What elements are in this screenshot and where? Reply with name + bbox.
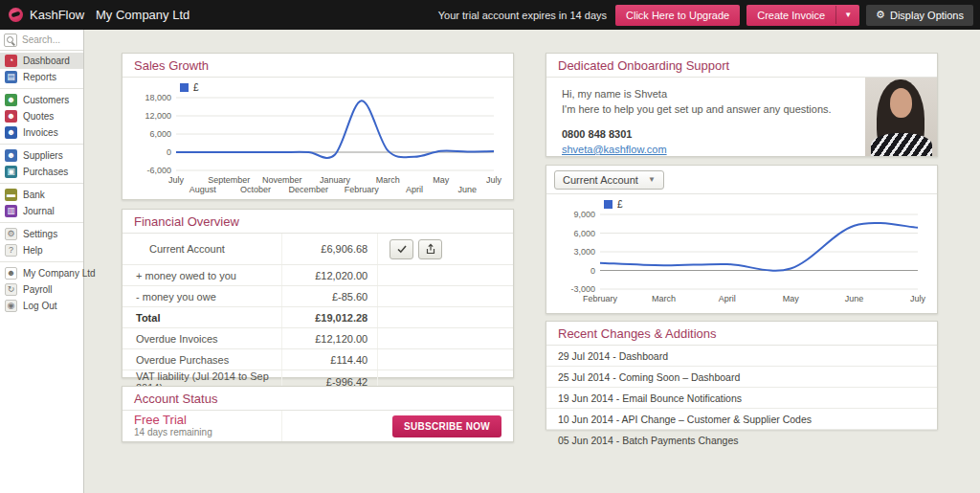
sidebar-item-label: Journal: [23, 206, 55, 216]
account-balance-chart: -3,00003,0006,0009,000FebruaryMarchApril…: [546, 194, 937, 312]
svg-text:April: April: [719, 294, 736, 303]
financial-row: - money you owe £-85.60: [122, 286, 513, 307]
change-log-item[interactable]: 29 Jul 2014 - Dashboard: [546, 346, 937, 367]
account-status-body: Free Trial 14 days remaining SUBSCRIBE N…: [122, 411, 513, 441]
onboarding-title: Dedicated Onboarding Support: [558, 58, 729, 73]
financial-row-value: £114.40: [282, 349, 378, 370]
check-icon: [396, 243, 408, 255]
svg-text:18,000: 18,000: [145, 93, 171, 102]
sidebar-item-quotes[interactable]: ☻ Quotes: [0, 108, 83, 124]
customers-people-icon: ☻: [5, 94, 17, 106]
financial-row-value: £12,020.00: [282, 265, 378, 285]
svg-text:January: January: [320, 175, 351, 185]
svg-text:November: November: [262, 175, 302, 185]
confirm-balance-button[interactable]: [390, 239, 413, 259]
display-options-button[interactable]: ⚙ Display Options: [866, 5, 973, 26]
sidebar-item-settings[interactable]: ⚙ Settings: [0, 226, 83, 242]
settings-gear-icon: ⚙: [5, 228, 17, 240]
svg-text:-3,000: -3,000: [570, 284, 595, 294]
sidebar-item-journal[interactable]: ▥ Journal: [0, 203, 83, 219]
svg-text:12,000: 12,000: [145, 111, 171, 121]
sidebar-item-label: Reports: [23, 72, 56, 82]
sidebar-item-help[interactable]: ? Help: [0, 242, 83, 258]
sidebar-item-label: Customers: [23, 95, 69, 105]
sales-growth-chart: -6,00006,00012,00018,000JulyAugustSeptem…: [122, 78, 513, 197]
change-log-item[interactable]: 10 Jun 2014 - API Change – Customer & Su…: [546, 409, 937, 430]
sidebar-item-label: Bank: [23, 190, 45, 200]
brand-name: KashFlow: [30, 8, 84, 22]
financial-overview-title: Financial Overview: [134, 214, 239, 229]
sidebar-item-dashboard[interactable]: ◔ Dashboard: [0, 53, 83, 69]
display-options-label: Display Options: [890, 10, 964, 21]
support-email-link[interactable]: shveta@kashflow.com: [562, 144, 667, 155]
brand[interactable]: KashFlow: [0, 8, 84, 22]
sidebar-item-bank[interactable]: ▬ Bank: [0, 187, 83, 203]
create-invoice-caret-icon[interactable]: ▼: [835, 6, 859, 24]
create-invoice-button[interactable]: Create Invoice: [746, 5, 835, 26]
sidebar-menu: ◔ Dashboard ▤ Reports ☻ Customers ☻ Quot…: [0, 51, 83, 314]
svg-text:£: £: [617, 199, 623, 210]
sidebar-item-log-out[interactable]: ◉ Log Out: [0, 298, 83, 314]
search-input[interactable]: Search...: [0, 30, 83, 51]
sidebar-item-payroll[interactable]: ↻ Payroll: [0, 281, 83, 298]
plan-name: Free Trial: [134, 414, 281, 428]
svg-text:June: June: [845, 294, 864, 303]
svg-text:-6,000: -6,000: [146, 166, 171, 175]
sidebar-divider: [0, 261, 83, 262]
sidebar-item-my-company[interactable]: ☻ My Company Ltd: [0, 265, 83, 281]
purchases-icon: ▣: [5, 166, 17, 178]
svg-text:October: October: [240, 185, 271, 194]
onboarding-intro-line1: Hi, my name is Shveta: [562, 87, 851, 102]
sidebar-divider: [0, 222, 83, 223]
svg-text:February: February: [583, 294, 618, 303]
plan-info: Free Trial 14 days remaining: [122, 411, 282, 441]
svg-text:6,000: 6,000: [149, 129, 171, 139]
sidebar-item-customers[interactable]: ☻ Customers: [0, 92, 83, 108]
sidebar-item-label: Dashboard: [23, 56, 70, 66]
change-log-item[interactable]: 25 Jul 2014 - Coming Soon – Dashboard: [546, 367, 937, 388]
financial-row: Overdue Invoices £12,120.00: [122, 328, 513, 349]
financial-row: Overdue Purchases £114.40: [122, 349, 513, 370]
sidebar-item-invoices[interactable]: ☻ Invoices: [0, 124, 83, 141]
sales-growth-header: Sales Growth: [122, 54, 513, 78]
svg-text:February: February: [345, 185, 380, 194]
sidebar-item-label: My Company Ltd: [23, 268, 96, 279]
sidebar: Search... ◔ Dashboard ▤ Reports ☻ Custom…: [0, 30, 84, 493]
export-balance-button[interactable]: [418, 239, 442, 259]
financial-row-label: Overdue Invoices: [122, 328, 282, 348]
account-select-header: Current Account ▼: [546, 166, 937, 194]
financial-row-label: Total: [122, 307, 282, 327]
account-status-header: Account Status: [122, 387, 513, 411]
export-icon: [425, 243, 436, 255]
support-agent-photo: [865, 78, 937, 156]
sidebar-item-suppliers[interactable]: ☻ Suppliers: [0, 147, 83, 164]
create-invoice-split-button: Create Invoice ▼: [746, 5, 859, 26]
svg-text:December: December: [289, 185, 329, 194]
svg-text:August: August: [189, 185, 217, 194]
upgrade-button[interactable]: Click Here to Upgrade: [615, 5, 740, 26]
financial-row: + money owed to you £12,020.00: [122, 265, 513, 286]
trial-notice: Your trial account expires in 14 days: [438, 10, 607, 21]
svg-text:July: July: [168, 175, 185, 185]
financial-row-value: £-85.60: [282, 286, 378, 306]
help-question-icon: ?: [5, 244, 17, 257]
onboarding-body: Hi, my name is Shveta I'm here to help y…: [546, 78, 937, 156]
sidebar-item-label: Settings: [23, 229, 57, 239]
onboarding-support-panel: Dedicated Onboarding Support Hi, my name…: [546, 53, 938, 157]
sidebar-item-label: Quotes: [23, 111, 54, 122]
account-select-dropdown[interactable]: Current Account ▼: [554, 170, 664, 190]
svg-text:July: July: [910, 294, 926, 303]
sidebar-item-reports[interactable]: ▤ Reports: [0, 69, 83, 85]
sidebar-item-label: Payroll: [23, 284, 53, 295]
sidebar-item-purchases[interactable]: ▣ Purchases: [0, 164, 83, 180]
bank-card-icon: ▬: [5, 189, 17, 201]
sidebar-item-label: Invoices: [23, 127, 58, 138]
change-log-item[interactable]: 05 Jun 2014 - Batch Payments Changes: [546, 430, 937, 450]
subscribe-now-button[interactable]: SUBSCRIBE NOW: [392, 415, 501, 437]
payroll-icon: ↻: [5, 283, 17, 296]
svg-text:July: July: [486, 175, 502, 185]
change-log-item[interactable]: 19 Jun 2014 - Email Bounce Notifications: [546, 388, 937, 409]
svg-text:0: 0: [590, 266, 595, 276]
company-person-icon: ☻: [5, 267, 17, 280]
svg-text:March: March: [652, 294, 676, 303]
